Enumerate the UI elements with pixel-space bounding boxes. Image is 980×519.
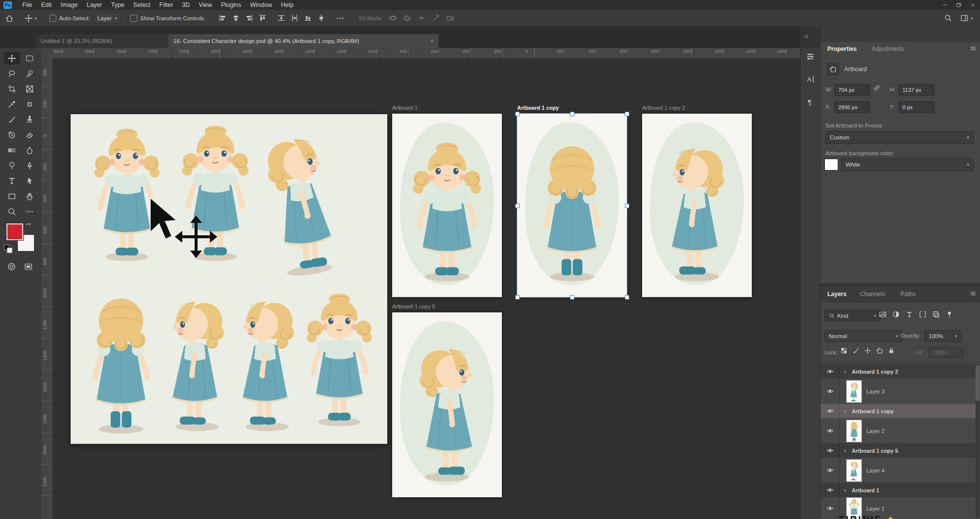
screen-mode-button[interactable] [24,262,33,271]
auto-select-checkbox[interactable] [49,15,56,22]
more-options-button[interactable] [336,14,345,23]
expand-group-icon[interactable]: ∨ [844,448,847,453]
visibility-toggle[interactable] [820,404,840,418]
lock-artboard-glyph-icon[interactable] [876,347,883,354]
pen-tool[interactable] [22,159,38,172]
artboard-label[interactable]: Artboard 1 copy 5 [392,303,502,310]
path-selection-tool[interactable] [22,174,38,187]
layer-group-row[interactable]: ∨Artboard 1 copy 5 [820,443,976,458]
artboard-label[interactable]: Artboard 1 copy [517,105,627,112]
artboard-1[interactable] [392,114,502,297]
filter-image-icon[interactable] [879,310,887,318]
menu-select[interactable]: Select [129,0,155,9]
panel-character-button[interactable]: A [806,75,815,84]
character-sheet-image[interactable] [71,114,387,444]
dodge-tool[interactable] [4,159,20,172]
eyedropper-tool[interactable] [4,98,20,111]
tab-properties[interactable]: Properties [827,45,857,52]
align-right-icon[interactable] [245,14,253,22]
edit-toolbar[interactable] [22,205,38,218]
layer-thumbnail[interactable] [847,381,861,402]
app-logo-icon[interactable]: Ps [3,1,12,9]
quick-mask-button[interactable] [7,262,16,271]
clone-stamp-tool[interactable] [22,113,38,126]
y-field[interactable]: 0 px [898,101,935,113]
dist-top-icon[interactable] [277,14,286,22]
menu-edit[interactable]: Edit [37,0,56,9]
home-icon[interactable] [5,14,14,23]
workspace-switcher-icon[interactable] [960,14,969,22]
blur-tool[interactable] [22,144,38,157]
link-dimensions-icon[interactable] [873,84,881,92]
workspace-switcher-button[interactable]: ▾ [960,14,973,22]
layer-row[interactable]: Layer 3 [820,379,976,403]
collapse-panels-button[interactable] [803,33,810,40]
tab-paths[interactable]: Paths [900,291,916,298]
layer-group-row[interactable]: ∨Artboard 1 copy [820,404,976,418]
menu-plugins[interactable]: Plugins [216,0,245,9]
show-transform-checkbox[interactable] [130,15,137,22]
visibility-toggle[interactable] [820,379,840,403]
height-field[interactable]: 1137 px [898,84,935,96]
menu-image[interactable]: Image [56,0,82,9]
tab-adjustments[interactable]: Adjustments [872,45,904,52]
healing-brush-tool[interactable] [22,98,38,111]
more-align-options-icon[interactable] [336,14,345,23]
swap-colors-icon[interactable] [25,222,32,229]
restore-window-icon[interactable] [956,2,962,8]
lock-brush-icon[interactable] [852,347,859,354]
properties-panel-menu-icon[interactable] [970,45,977,52]
artboard-bg-swatch[interactable] [824,159,838,171]
lock-move-icon[interactable] [864,347,871,354]
width-field[interactable]: 704 px [834,84,870,96]
panel-paragraph-button[interactable]: ¶ [806,97,815,107]
layer-thumbnail[interactable] [847,420,861,442]
layer-row[interactable]: Layer 4 [820,458,976,482]
frame-tool[interactable] [22,83,38,95]
vertical-ruler[interactable]: 4002000200400600800100012001400160018002… [41,58,53,519]
collapse-strip-icon[interactable] [803,33,810,40]
gradient-tool[interactable] [4,144,20,157]
menu-file[interactable]: File [18,0,37,9]
menu-type[interactable]: Type [107,0,129,9]
type-tool[interactable] [4,174,20,187]
foreground-color-swatch[interactable] [6,223,23,240]
crop-tool[interactable] [4,83,20,95]
minimize-icon[interactable] [942,2,948,8]
auto-select-target-dropdown[interactable]: Layer ▾ [94,13,120,24]
close-window-icon[interactable] [970,2,976,8]
quick-mask-icon[interactable] [7,262,16,271]
layer-thumbnail[interactable] [847,460,861,481]
filter-type-icon[interactable] [905,310,913,318]
visibility-toggle[interactable] [820,483,840,497]
move-tool-options-icon[interactable] [24,14,33,23]
visibility-toggle[interactable] [820,443,840,458]
panel-brush-settings-button[interactable] [806,52,815,61]
expand-group-icon[interactable]: ∨ [844,409,847,414]
search-button[interactable] [944,14,952,22]
layers-panel-menu-icon[interactable] [970,290,977,297]
visibility-toggle[interactable] [820,364,840,379]
artboard-2[interactable] [517,114,627,297]
filter-pin-icon[interactable] [945,310,953,318]
current-tool-button[interactable]: ▾ [24,14,37,23]
visibility-toggle[interactable] [820,498,840,519]
artboard-label[interactable]: Artboard 1 copy 2 [642,105,752,112]
tab-layers[interactable]: Layers [827,291,847,298]
artboard-bg-dropdown[interactable]: White ▾ [841,158,974,171]
x-field[interactable]: 2896 px [834,101,870,113]
panel-menu-icon[interactable] [970,45,977,52]
layer-row[interactable]: Layer 2 [820,419,976,443]
lock-lock-lock-icon[interactable] [888,347,895,354]
filter-kind-dropdown[interactable]: Kind ▾ [824,310,881,322]
layers-scrollbar-thumb[interactable] [976,365,980,401]
panel-divider[interactable] [820,283,980,287]
menu-help[interactable]: Help [277,0,298,9]
tab-channels[interactable]: Channels [860,291,885,298]
filter-smart-icon[interactable] [932,310,940,318]
align-left-icon[interactable] [218,14,227,22]
swap-colors-icon[interactable] [25,222,32,229]
home-button[interactable] [5,14,14,23]
dist-middle-icon[interactable] [290,14,299,22]
rectangle-tool[interactable] [4,190,20,203]
